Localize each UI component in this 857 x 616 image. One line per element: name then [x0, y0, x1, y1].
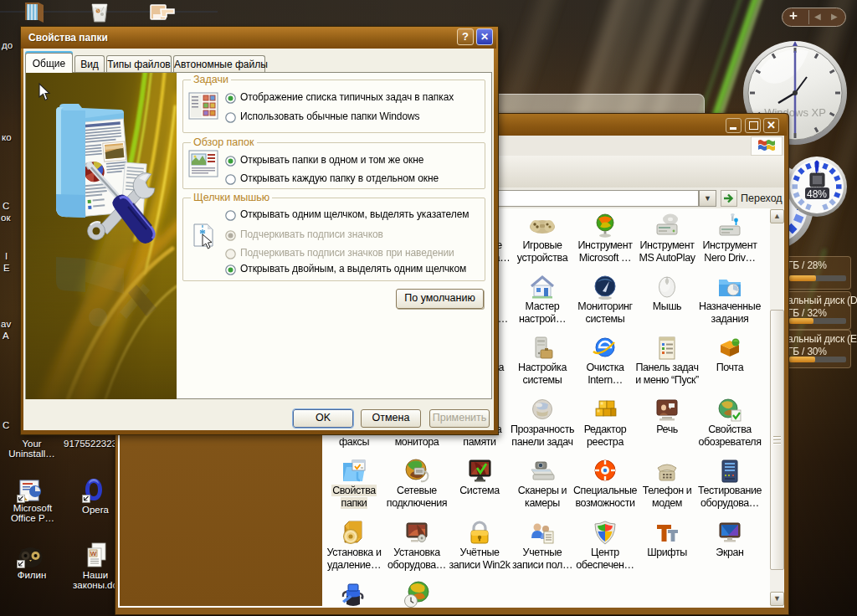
svg-text:W: W: [90, 550, 97, 557]
svg-text:48%: 48%: [807, 188, 827, 200]
